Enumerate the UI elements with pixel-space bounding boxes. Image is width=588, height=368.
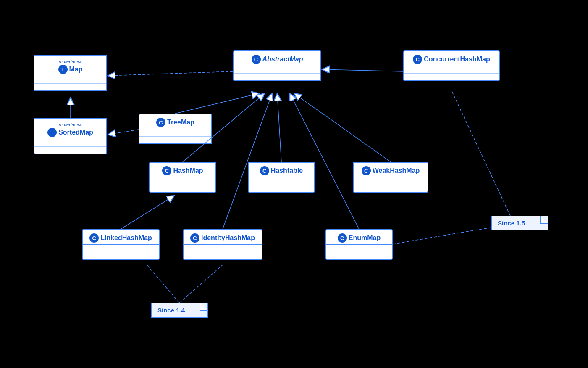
line-treemap-sortedmap (108, 130, 139, 135)
class-HashMap[interactable]: C HashMap (149, 162, 216, 193)
body1-HashMap (150, 177, 215, 185)
line-linkedhashmap-hashmap (121, 196, 174, 229)
note-14-label: Since 1.4 (158, 307, 185, 314)
classname-ConcurrentHashMap: ConcurrentHashMap (424, 56, 490, 63)
badge-IdentityHashMap: C (190, 233, 200, 243)
body1-LinkedHashMap (83, 245, 159, 252)
body1-WeakHashMap (354, 177, 428, 185)
body1-IdentityHashMap (184, 245, 262, 252)
body1-EnumMap (326, 245, 392, 252)
body2-Map (34, 84, 106, 90)
line-note15-concurrenthashmap (452, 90, 510, 216)
classname-Hashtable: Hashtable (271, 167, 303, 175)
class-Hashtable[interactable]: C Hashtable (248, 162, 315, 193)
line-weakhashmap-abstractmap (294, 93, 391, 162)
classname-SortedMap: SortedMap (58, 129, 93, 136)
body2-WeakHashMap (354, 185, 428, 192)
badge-Hashtable: C (260, 166, 269, 175)
stereotype-SortedMap: «interface» (59, 122, 81, 127)
body1-Hashtable (249, 177, 314, 185)
line-note14-identityhashmap (179, 265, 223, 303)
body1-TreeMap (139, 129, 211, 137)
body2-HashMap (150, 185, 215, 192)
classname-AbstractMap: AbstractMap (262, 56, 303, 63)
stereotype-Map: «interface» (59, 59, 81, 64)
classname-TreeMap: TreeMap (167, 119, 194, 126)
body1-Map (34, 76, 106, 84)
badge-AbstractMap: C (252, 55, 261, 64)
line-note14-linkedhashmap (147, 265, 179, 303)
body2-Hashtable (249, 185, 314, 192)
line-treemap-abstractmap (175, 93, 259, 114)
body2-ConcurrentHashMap (404, 74, 499, 80)
class-LinkedHashMap[interactable]: C LinkedHashMap (82, 229, 160, 260)
badge-WeakHashMap: C (362, 166, 371, 175)
classname-Map: Map (69, 66, 83, 73)
classname-HashMap: HashMap (173, 167, 203, 175)
body1-ConcurrentHashMap (404, 66, 499, 74)
classname-EnumMap: EnumMap (349, 234, 381, 242)
badge-LinkedHashMap: C (89, 233, 99, 243)
body2-TreeMap (139, 137, 211, 143)
badge-EnumMap: C (338, 233, 347, 243)
body2-SortedMap (34, 147, 106, 154)
body1-AbstractMap (234, 66, 320, 74)
class-TreeMap[interactable]: C TreeMap (139, 114, 212, 144)
badge-HashMap: C (162, 166, 171, 175)
body1-SortedMap (34, 139, 106, 147)
note-since-1.5: Since 1.5 (491, 216, 548, 230)
body2-IdentityHashMap (184, 252, 262, 259)
class-EnumMap[interactable]: C EnumMap (326, 229, 393, 260)
line-hashtable-abstractmap (277, 93, 281, 162)
class-IdentityHashMap[interactable]: C IdentityHashMap (183, 229, 262, 260)
badge-Map: I (58, 65, 68, 74)
diagram-container: «interface» I Map «interface» I SortedMa… (0, 0, 588, 368)
classname-LinkedHashMap: LinkedHashMap (100, 234, 152, 242)
class-ConcurrentHashMap[interactable]: C ConcurrentHashMap (403, 50, 500, 81)
class-AbstractMap[interactable]: C AbstractMap (233, 50, 321, 81)
class-WeakHashMap[interactable]: C WeakHashMap (353, 162, 428, 193)
classname-IdentityHashMap: IdentityHashMap (201, 234, 255, 242)
badge-TreeMap: C (156, 118, 165, 127)
line-note15-enummap (394, 228, 491, 244)
body2-EnumMap (326, 252, 392, 259)
line-concurrenthashmap-abstractmap (322, 69, 403, 71)
badge-SortedMap: I (47, 128, 57, 137)
body2-AbstractMap (234, 74, 320, 80)
line-enummap-abstractmap (290, 93, 359, 229)
note-since-1.4: Since 1.4 (151, 303, 208, 318)
body2-LinkedHashMap (83, 252, 159, 259)
line-identityhashmap-abstractmap (223, 93, 272, 229)
note-15-label: Since 1.5 (498, 220, 525, 227)
line-abstractmap-map (108, 71, 233, 76)
class-SortedMap[interactable]: «interface» I SortedMap (34, 118, 107, 154)
badge-ConcurrentHashMap: C (413, 55, 422, 64)
classname-WeakHashMap: WeakHashMap (373, 167, 420, 175)
class-Map[interactable]: «interface» I Map (34, 55, 107, 91)
